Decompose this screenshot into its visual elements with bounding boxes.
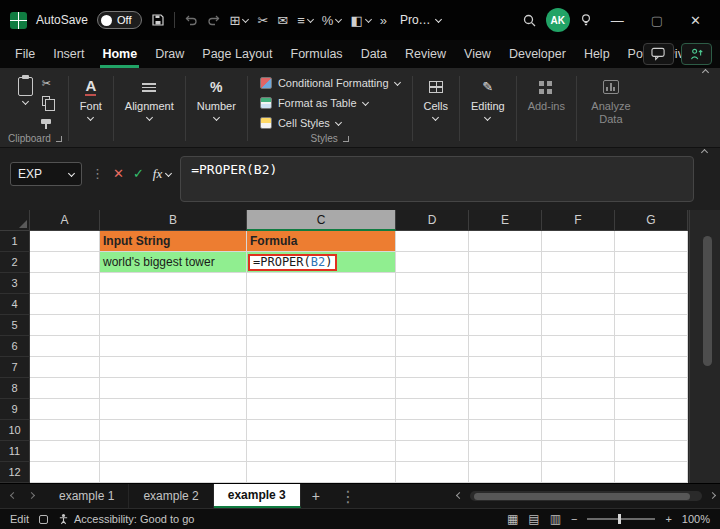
cell-G5[interactable]: [615, 315, 688, 336]
cell-B8[interactable]: [100, 378, 247, 399]
select-all-corner[interactable]: [0, 210, 30, 231]
cell-A6[interactable]: [30, 336, 100, 357]
cell-F4[interactable]: [542, 294, 615, 315]
cell-D7[interactable]: [396, 357, 469, 378]
share-button[interactable]: [681, 43, 712, 65]
redo-button[interactable]: [207, 13, 221, 27]
name-box[interactable]: EXP: [10, 162, 82, 186]
tab-page-layout[interactable]: Page Layout: [193, 40, 281, 68]
cell-F3[interactable]: [542, 273, 615, 294]
alignment-group-button[interactable]: Alignment: [116, 70, 183, 147]
column-header-E[interactable]: E: [469, 210, 542, 231]
cell-D9[interactable]: [396, 399, 469, 420]
cell-D4[interactable]: [396, 294, 469, 315]
confirm-entry-button[interactable]: ✓: [133, 166, 144, 181]
cell-G3[interactable]: [615, 273, 688, 294]
cell-D5[interactable]: [396, 315, 469, 336]
zoom-slider[interactable]: [587, 518, 655, 520]
column-header-C[interactable]: C: [247, 210, 396, 231]
sheet-tabs-more-icon[interactable]: ⋮: [331, 484, 365, 508]
format-as-table-button[interactable]: Format as Table: [260, 93, 368, 113]
cell-B11[interactable]: [100, 441, 247, 462]
font-group-button[interactable]: A Font: [71, 70, 111, 147]
sort-quick-button[interactable]: ≡: [297, 14, 313, 27]
sheet-nav-right-icon[interactable]: [28, 491, 35, 498]
cell-styles-button[interactable]: Cell Styles: [260, 113, 341, 133]
autosave-toggle[interactable]: Off: [97, 11, 141, 29]
cell-C11[interactable]: [247, 441, 396, 462]
cut-button[interactable]: ✂: [42, 77, 51, 90]
cell-D11[interactable]: [396, 441, 469, 462]
row-header-6[interactable]: 6: [0, 336, 30, 357]
tab-review[interactable]: Review: [396, 40, 455, 68]
dialog-launcher-icon[interactable]: [56, 136, 62, 142]
macro-record-icon[interactable]: [39, 515, 48, 524]
zoom-level[interactable]: 100%: [682, 513, 710, 525]
column-header-B[interactable]: B: [100, 210, 247, 231]
collapse-ribbon-icon[interactable]: [702, 69, 709, 76]
formula-input[interactable]: =PROPER(B2): [180, 156, 694, 202]
cell-E3[interactable]: [469, 273, 542, 294]
cell-D10[interactable]: [396, 420, 469, 441]
cell-A12[interactable]: [30, 462, 100, 483]
scroll-right-icon[interactable]: [709, 491, 716, 498]
page-break-view-icon[interactable]: ▥: [550, 512, 561, 526]
conditional-formatting-button[interactable]: Conditional Formatting: [260, 73, 400, 93]
row-header-12[interactable]: 12: [0, 462, 30, 483]
new-sheet-button[interactable]: +: [301, 484, 331, 508]
cell-E7[interactable]: [469, 357, 542, 378]
number-group-button[interactable]: % Number: [188, 70, 245, 147]
row-header-5[interactable]: 5: [0, 315, 30, 336]
cell-A10[interactable]: [30, 420, 100, 441]
cell-B10[interactable]: [100, 420, 247, 441]
tab-home[interactable]: Home: [93, 40, 146, 68]
cancel-entry-button[interactable]: ✕: [113, 166, 124, 181]
cell-F11[interactable]: [542, 441, 615, 462]
horizontal-scrollbar-thumb[interactable]: [474, 493, 690, 500]
save-button[interactable]: [151, 13, 165, 27]
more-commands-button[interactable]: »: [380, 14, 387, 27]
search-button[interactable]: [522, 13, 537, 28]
copy-button[interactable]: [42, 96, 50, 108]
scroll-left-icon[interactable]: [456, 491, 463, 498]
row-header-4[interactable]: 4: [0, 294, 30, 315]
tab-help[interactable]: Help: [575, 40, 619, 68]
sheet-tab-example-2[interactable]: example 2: [129, 484, 213, 508]
row-header-2[interactable]: 2: [0, 252, 30, 273]
cell-C4[interactable]: [247, 294, 396, 315]
cell-E4[interactable]: [469, 294, 542, 315]
row-header-10[interactable]: 10: [0, 420, 30, 441]
cell-A5[interactable]: [30, 315, 100, 336]
cell-C9[interactable]: [247, 399, 396, 420]
horizontal-scrollbar-track[interactable]: [470, 491, 702, 501]
format-painter-button[interactable]: [41, 114, 51, 126]
cell-C12[interactable]: [247, 462, 396, 483]
cut-quick-button[interactable]: ✂: [257, 14, 268, 27]
ideas-button[interactable]: [579, 13, 593, 27]
collapse-formula-bar-icon[interactable]: [701, 149, 708, 156]
cell-A4[interactable]: [30, 294, 100, 315]
cell-C6[interactable]: [247, 336, 396, 357]
cell-E9[interactable]: [469, 399, 542, 420]
row-header-3[interactable]: 3: [0, 273, 30, 294]
cell-A2[interactable]: [30, 252, 100, 273]
in-cell-editor[interactable]: =PROPER(B2): [248, 254, 337, 271]
cell-C8[interactable]: [247, 378, 396, 399]
cell-D6[interactable]: [396, 336, 469, 357]
vertical-scrollbar[interactable]: [689, 210, 720, 483]
cell-G12[interactable]: [615, 462, 688, 483]
cell-B3[interactable]: [100, 273, 247, 294]
maximize-button[interactable]: ▢: [642, 13, 672, 28]
cell-C5[interactable]: [247, 315, 396, 336]
cell-F12[interactable]: [542, 462, 615, 483]
row-header-9[interactable]: 9: [0, 399, 30, 420]
cell-F1[interactable]: [542, 231, 615, 252]
column-header-A[interactable]: A: [30, 210, 100, 231]
cell-E12[interactable]: [469, 462, 542, 483]
zoom-slider-knob[interactable]: [618, 514, 621, 524]
cell-E2[interactable]: [469, 252, 542, 273]
paste-button[interactable]: [18, 74, 33, 105]
cell-G7[interactable]: [615, 357, 688, 378]
fill-color-quick-button[interactable]: ◧: [350, 14, 370, 27]
cell-B6[interactable]: [100, 336, 247, 357]
